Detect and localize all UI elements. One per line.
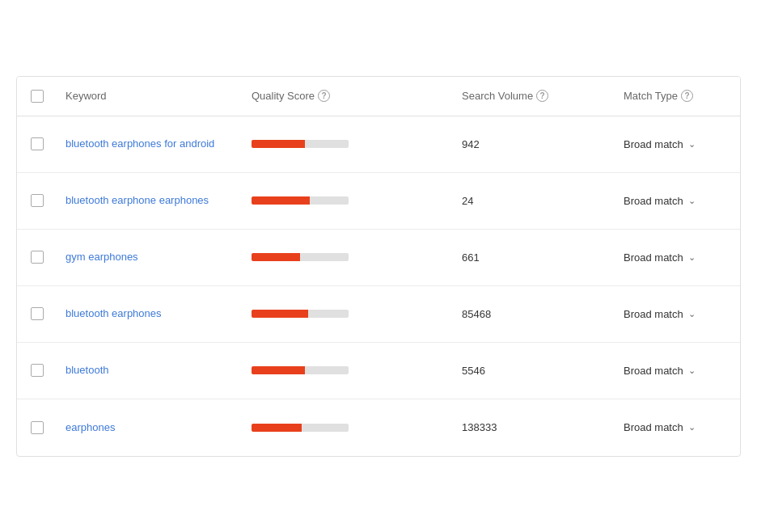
search-volume-info-icon[interactable]: ? bbox=[536, 90, 548, 102]
row-checkbox-3[interactable] bbox=[31, 307, 44, 320]
table-row: earphones 138333 Broad match ⌄ bbox=[17, 399, 740, 456]
quality-bar-fill-2 bbox=[252, 253, 300, 261]
match-type-header-label: Match Type bbox=[624, 90, 678, 102]
row-checkbox-1[interactable] bbox=[31, 194, 44, 207]
match-type-dropdown-4[interactable]: ⌄ bbox=[688, 365, 696, 376]
table-row: gym earphones 661 Broad match ⌄ bbox=[17, 230, 740, 286]
match-type-value-3: Broad match bbox=[624, 308, 683, 320]
quality-score-info-icon[interactable]: ? bbox=[318, 90, 330, 102]
match-type-value-1: Broad match bbox=[624, 195, 683, 207]
search-volume-header: Search Volume ? bbox=[454, 87, 615, 105]
row-checkbox-4[interactable] bbox=[31, 364, 44, 377]
volume-cell-2: 661 bbox=[454, 248, 615, 267]
quality-bar-empty-5 bbox=[302, 424, 349, 432]
quality-cell-0 bbox=[243, 137, 454, 151]
quality-bar-empty-2 bbox=[300, 253, 349, 261]
row-checkbox-cell bbox=[17, 421, 57, 434]
quality-cell-3 bbox=[243, 306, 454, 321]
keyword-header-label: Keyword bbox=[66, 90, 107, 102]
match-cell-1: Broad match ⌄ bbox=[615, 192, 741, 210]
quality-bar-empty-4 bbox=[305, 366, 349, 374]
select-all-checkbox[interactable] bbox=[31, 90, 44, 103]
table-row: bluetooth earphones 85468 Broad match ⌄ bbox=[17, 286, 740, 343]
keyword-cell-2: gym earphones bbox=[57, 246, 243, 268]
match-cell-4: Broad match ⌄ bbox=[615, 361, 741, 380]
row-checkbox-0[interactable] bbox=[31, 137, 44, 150]
quality-score-header-label: Quality Score bbox=[252, 90, 315, 102]
keyword-table: Keyword Quality Score ? Search Volume ? … bbox=[16, 76, 741, 457]
match-type-dropdown-1[interactable]: ⌄ bbox=[688, 196, 696, 206]
match-cell-3: Broad match ⌄ bbox=[615, 305, 741, 323]
quality-cell-4 bbox=[243, 363, 454, 378]
row-checkbox-cell bbox=[17, 194, 57, 207]
quality-cell-5 bbox=[243, 420, 454, 435]
volume-cell-4: 5546 bbox=[454, 361, 615, 380]
match-type-dropdown-2[interactable]: ⌄ bbox=[688, 252, 696, 263]
match-type-value-4: Broad match bbox=[624, 365, 683, 377]
match-cell-5: Broad match ⌄ bbox=[615, 418, 741, 437]
match-type-value-0: Broad match bbox=[624, 138, 683, 150]
match-cell-0: Broad match ⌄ bbox=[615, 135, 741, 154]
keyword-cell-1: bluetooth earphone earphones bbox=[57, 189, 243, 212]
search-volume-header-label: Search Volume bbox=[462, 90, 533, 102]
row-checkbox-cell bbox=[17, 137, 57, 150]
match-type-value-2: Broad match bbox=[624, 251, 683, 264]
keyword-header: Keyword bbox=[57, 87, 243, 105]
table-body: bluetooth earphones for android 942 Broa… bbox=[17, 116, 740, 456]
match-type-dropdown-0[interactable]: ⌄ bbox=[688, 139, 696, 150]
row-checkbox-5[interactable] bbox=[31, 421, 44, 434]
quality-cell-2 bbox=[243, 250, 454, 264]
quality-bar-fill-5 bbox=[252, 424, 302, 432]
quality-bar-fill-4 bbox=[252, 366, 305, 374]
table-header: Keyword Quality Score ? Search Volume ? … bbox=[17, 77, 740, 116]
volume-cell-3: 85468 bbox=[454, 305, 615, 323]
match-type-header: Match Type ? bbox=[615, 87, 741, 105]
quality-bar-2 bbox=[252, 253, 349, 261]
quality-bar-empty-0 bbox=[305, 140, 349, 148]
quality-bar-fill-3 bbox=[252, 310, 308, 318]
quality-bar-5 bbox=[252, 424, 349, 432]
match-type-dropdown-3[interactable]: ⌄ bbox=[688, 309, 696, 319]
match-type-value-5: Broad match bbox=[624, 421, 683, 433]
table-row: bluetooth earphone earphones 24 Broad ma… bbox=[17, 173, 740, 230]
quality-bar-fill-0 bbox=[252, 140, 305, 148]
quality-bar-0 bbox=[252, 140, 349, 148]
quality-cell-1 bbox=[243, 193, 454, 208]
match-type-dropdown-5[interactable]: ⌄ bbox=[688, 422, 696, 433]
row-checkbox-cell bbox=[17, 251, 57, 264]
volume-cell-0: 942 bbox=[454, 135, 615, 154]
match-type-info-icon[interactable]: ? bbox=[681, 90, 693, 102]
quality-bar-4 bbox=[252, 366, 349, 374]
row-checkbox-2[interactable] bbox=[31, 251, 44, 264]
volume-cell-5: 138333 bbox=[454, 418, 615, 437]
table-row: bluetooth 5546 Broad match ⌄ bbox=[17, 343, 740, 399]
row-checkbox-cell bbox=[17, 307, 57, 320]
table-row: bluetooth earphones for android 942 Broa… bbox=[17, 116, 740, 173]
match-cell-2: Broad match ⌄ bbox=[615, 248, 741, 267]
row-checkbox-cell bbox=[17, 364, 57, 377]
keyword-cell-4: bluetooth bbox=[57, 359, 243, 382]
keyword-cell-3: bluetooth earphones bbox=[57, 302, 243, 325]
keyword-cell-0: bluetooth earphones for android bbox=[57, 133, 243, 155]
quality-bar-1 bbox=[252, 196, 349, 205]
quality-bar-3 bbox=[252, 310, 349, 318]
quality-bar-fill-1 bbox=[252, 196, 310, 205]
keyword-cell-5: earphones bbox=[57, 416, 243, 439]
quality-bar-empty-1 bbox=[310, 196, 349, 205]
quality-bar-empty-3 bbox=[308, 310, 349, 318]
volume-cell-1: 24 bbox=[454, 192, 615, 210]
header-checkbox-cell bbox=[17, 87, 57, 106]
quality-score-header: Quality Score ? bbox=[243, 87, 454, 105]
